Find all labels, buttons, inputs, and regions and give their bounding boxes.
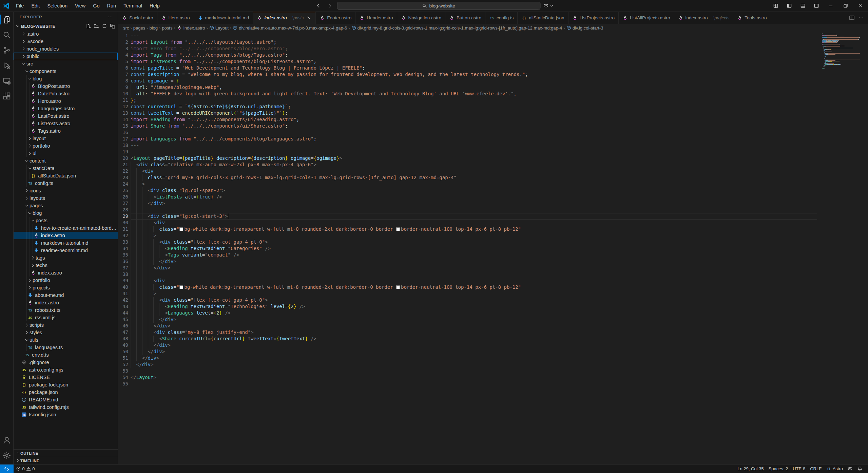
tree-item-index-astro[interactable]: index.astro (14, 299, 118, 306)
command-center-search[interactable]: blog-website (337, 2, 540, 10)
tab-markdown-tutorial-md[interactable]: markdown-tutorial.md (194, 12, 253, 24)
tab-navigation-astro[interactable]: Navigation.astro (397, 12, 446, 24)
code-line-41[interactable]: > (131, 290, 817, 297)
code-line-54[interactable]: </Layout> (131, 374, 817, 381)
tree-item-astro[interactable]: .astro (14, 30, 118, 38)
code-line-23[interactable]: class="grid my-8 grid-cols-3 grid-rows-1… (131, 174, 817, 181)
tree-item-tailwind-config-mjs[interactable]: JStailwind.config.mjs (14, 403, 118, 411)
menu-help[interactable]: Help (146, 2, 163, 10)
code-line-11[interactable]: }; (131, 97, 817, 103)
code-line-33[interactable]: <div class="flex flex-col gap-4 pl-0"> (131, 239, 817, 245)
code-line-47[interactable]: <div class="my-8 flex justify-end"> (131, 329, 817, 336)
code-line-3[interactable]: import Hero from "../../../components/bl… (131, 45, 817, 52)
breadcrumb-index-astro[interactable]: index.astro (177, 25, 205, 31)
code-line-8[interactable]: const ogimage = { (131, 78, 817, 84)
section-outline[interactable]: OUTLINE (14, 449, 118, 457)
remote-indicator[interactable] (0, 465, 14, 473)
toggle-panel-button[interactable] (796, 0, 810, 12)
breadcrumb-layout[interactable]: Layout (209, 25, 229, 31)
activity-settings[interactable] (0, 448, 14, 463)
code-line-49[interactable]: </div> (131, 342, 817, 348)
tree-item-about-me-md[interactable]: about-me.md (14, 291, 118, 299)
tab-listprojects-astro[interactable]: ListProjects.astro (568, 12, 619, 24)
new-file-button[interactable] (85, 23, 91, 29)
tab-hero-astro[interactable]: Hero.astro (157, 12, 194, 24)
code-line-37[interactable]: </div> (131, 265, 817, 271)
tree-item-ui[interactable]: ui (14, 150, 118, 157)
menu-selection[interactable]: Selection (43, 2, 71, 10)
code-line-26[interactable]: <ListPosts all={true} /> (131, 194, 817, 200)
code-line-50[interactable]: </div> (131, 348, 817, 355)
tree-item-blogpost-astro[interactable]: BlogPost.astro (14, 82, 118, 90)
history-forward-button[interactable] (325, 1, 334, 10)
tree-item-robots-txt-ts[interactable]: TSrobots.txt.ts (14, 306, 118, 314)
tree-item-index-astro[interactable]: index.astro (14, 232, 118, 239)
tab-index-astro-projects[interactable]: index.astro...\projects (674, 12, 734, 24)
status-indentation[interactable]: Spaces: 2 (766, 465, 791, 473)
close-window-button[interactable] (853, 0, 868, 12)
editor-more-actions-button[interactable] (858, 15, 864, 21)
code-line-48[interactable]: <Share currentUrl={currentUrl} tweetText… (131, 336, 817, 342)
code-line-21[interactable]: <div class="relative mx-auto max-w-7xl p… (131, 162, 817, 168)
tree-item-allstaticdata-json[interactable]: {}allStaticData.json (14, 172, 118, 179)
breadcrumb-div-grid-my-8-grid-cols-3-grid-rows-1-ma[interactable]: div.grid.my-8.grid-cols-3.grid-rows-1.ma… (351, 25, 562, 31)
tree-item-package-lock-json[interactable]: {}package-lock.json (14, 381, 118, 389)
code-line-2[interactable]: import Layout from "../../../layouts/Lay… (131, 39, 817, 45)
activity-accounts[interactable] (0, 432, 14, 448)
tree-item-icons[interactable]: icons (14, 187, 118, 194)
toggle-primary-sidebar-button[interactable] (783, 0, 796, 12)
code-line-14[interactable]: import Heading from "../../../components… (131, 116, 817, 123)
tree-item-languages-ts[interactable]: TSlanguages.ts (14, 344, 118, 351)
tree-item-how-to-create-an-animated-border-wi[interactable]: how-to-create-an-animated-border-wi... (14, 224, 118, 232)
code-area[interactable]: ---import Layout from "../../../layouts/… (131, 33, 817, 387)
code-line-53[interactable] (131, 368, 817, 374)
code-line-10[interactable]: alt: "EFEELE.dev logo with green backgro… (131, 91, 817, 97)
code-line-29[interactable]: <div class="lg:col-start-3"> (131, 213, 817, 220)
new-folder-button[interactable] (93, 23, 99, 29)
tree-item-package-json[interactable]: {}package.json (14, 389, 118, 396)
menu-file[interactable]: File (12, 2, 27, 10)
tree-item-techs[interactable]: techs (14, 262, 118, 269)
tree-item-hero-astro[interactable]: Hero.astro (14, 97, 118, 105)
explorer-root-folder[interactable]: BLOG-WEBSITE (14, 22, 118, 30)
tree-item-layouts[interactable]: layouts (14, 194, 118, 202)
code-line-38[interactable] (131, 271, 817, 278)
code-line-7[interactable]: const description = "Welcome to my blog,… (131, 71, 817, 78)
code-line-46[interactable]: </div> (131, 323, 817, 329)
tree-item-blog[interactable]: blog (14, 209, 118, 217)
tree-item-portfolio[interactable]: portfolio (14, 142, 118, 150)
breadcrumb-posts[interactable]: posts (162, 25, 172, 31)
code-line-28[interactable] (131, 207, 817, 213)
tree-item-astro-config-mjs[interactable]: JSastro.config.mjs (14, 366, 118, 374)
close-tab-button[interactable] (306, 15, 312, 21)
status-encoding[interactable]: UTF-8 (790, 465, 808, 473)
minimize-button[interactable] (823, 0, 838, 12)
tree-item-tags[interactable]: tags (14, 254, 118, 262)
status-cursor-position[interactable]: Ln 29, Col 35 (735, 465, 766, 473)
tree-item-languages-astro[interactable]: Languages.astro (14, 105, 118, 112)
explorer-more-actions-icon[interactable] (108, 14, 113, 20)
tree-item-gitignore[interactable]: .gitignore (14, 359, 118, 366)
activity-source-control[interactable] (0, 42, 14, 58)
tree-item-markdown-tutorial-md[interactable]: markdown-tutorial.md (14, 239, 118, 247)
tree-item-posts[interactable]: posts (14, 217, 118, 224)
code-line-27[interactable]: </div> (131, 200, 817, 207)
activity-run-and-debug[interactable] (0, 58, 14, 73)
menu-terminal[interactable]: Terminal (120, 2, 146, 10)
activity-search[interactable] (0, 27, 14, 42)
editor[interactable]: 1234567891011121314151617181920212223242… (118, 32, 868, 464)
tree-item-license[interactable]: LICENSE (14, 374, 118, 381)
code-line-45[interactable]: </div> (131, 316, 817, 323)
tree-item-content[interactable]: content (14, 157, 118, 165)
tree-item-rss-xml-js[interactable]: JSrss.xml.js (14, 314, 118, 321)
tab-index-astro-posts[interactable]: index.astro...\posts (253, 12, 316, 24)
status-eol[interactable]: CRLF (808, 465, 824, 473)
tree-item-src[interactable]: src (14, 60, 118, 68)
tree-item-projects[interactable]: projects (14, 284, 118, 291)
tree-item-blog[interactable]: blog (14, 75, 118, 82)
tree-item-scripts[interactable]: scripts (14, 321, 118, 329)
code-line-44[interactable]: <Languages level={2} /> (131, 310, 817, 316)
code-line-30[interactable]: <div (131, 220, 817, 226)
breadcrumb-div-relative-mx-auto-max-w-7xl-px-8-max-[interactable]: div.relative.mx-auto.max-w-7xl.px-8.max-… (233, 25, 347, 31)
breadcrumb-src[interactable]: src (123, 25, 129, 31)
